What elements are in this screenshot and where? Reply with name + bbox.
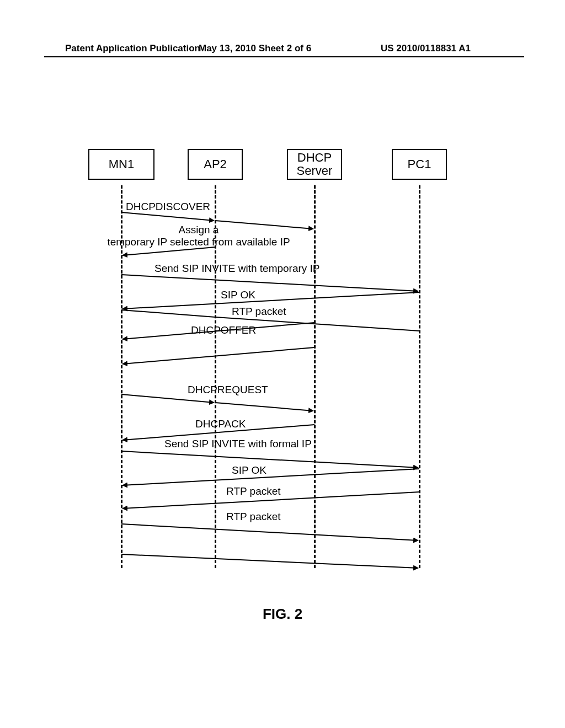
header-right: US 2010/0118831 A1 (381, 43, 471, 54)
svg-line-16 (121, 554, 418, 568)
sequence-diagram: MN1 AP2 DHCP Server PC1 (66, 149, 486, 568)
svg-line-3 (121, 275, 418, 291)
svg-line-5 (121, 310, 215, 317)
svg-line-13 (122, 469, 419, 485)
msg-sip-ok-1: SIP OK (221, 289, 255, 301)
svg-line-8 (122, 347, 315, 364)
svg-line-2 (122, 247, 215, 255)
header-center: May 13, 2010 Sheet 2 of 6 (199, 43, 311, 54)
msg-rtp-2: RTP packet (226, 485, 281, 497)
svg-line-10 (215, 403, 313, 411)
msg-dhcpoffer: DHCPOFFER (191, 324, 256, 336)
msg-sip-invite-formal: Send SIP INVITE with formal IP (164, 438, 312, 450)
msg-dhcpdiscover: DHCPDISCOVER (126, 201, 210, 213)
svg-line-15 (121, 524, 418, 540)
header-left: Patent Application Publication (65, 43, 200, 54)
svg-line-0 (121, 212, 214, 221)
msg-dhcpack: DHCPACK (195, 418, 246, 430)
msg-sip-invite-temp: Send SIP INVITE with temporary IP (154, 263, 320, 275)
svg-line-12 (121, 451, 418, 468)
msg-rtp-3: RTP packet (226, 511, 281, 523)
msg-assign-temp-ip: Assign a temporary IP selected from avai… (83, 224, 315, 248)
msg-dhcprequest: DHCPREQUEST (188, 384, 268, 396)
header-rule (44, 56, 524, 57)
figure-caption: FIG. 2 (0, 606, 565, 623)
msg-rtp-1: RTP packet (232, 306, 286, 318)
msg-sip-ok-2: SIP OK (232, 464, 266, 477)
